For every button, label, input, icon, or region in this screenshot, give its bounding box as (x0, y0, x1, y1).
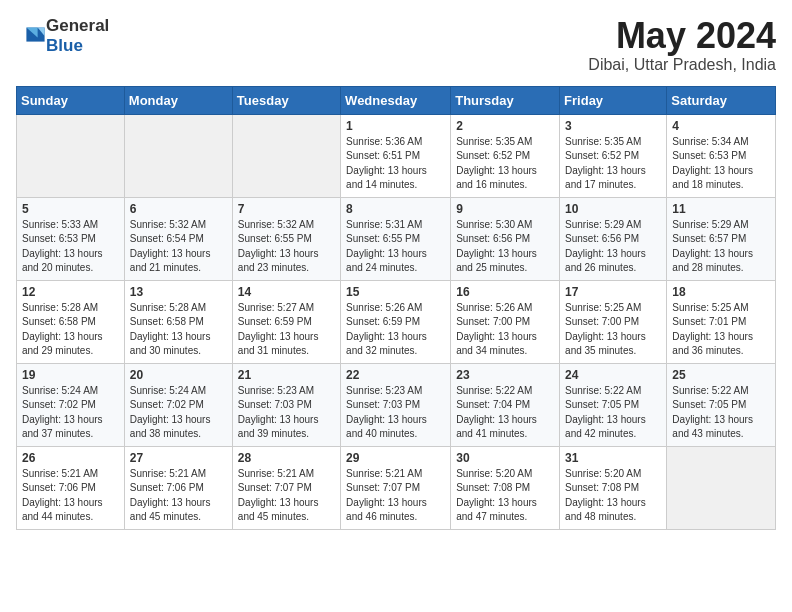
logo-blue-text: Blue (46, 36, 83, 55)
day-number: 5 (22, 202, 119, 216)
day-content: Sunrise: 5:32 AM Sunset: 6:55 PM Dayligh… (238, 218, 335, 276)
calendar-cell: 7Sunrise: 5:32 AM Sunset: 6:55 PM Daylig… (232, 197, 340, 280)
day-number: 13 (130, 285, 227, 299)
weekday-header-sunday: Sunday (17, 86, 125, 114)
day-content: Sunrise: 5:28 AM Sunset: 6:58 PM Dayligh… (22, 301, 119, 359)
calendar-cell: 17Sunrise: 5:25 AM Sunset: 7:00 PM Dayli… (560, 280, 667, 363)
day-number: 26 (22, 451, 119, 465)
logo-general-text: General (46, 16, 109, 35)
day-content: Sunrise: 5:34 AM Sunset: 6:53 PM Dayligh… (672, 135, 770, 193)
calendar-cell: 28Sunrise: 5:21 AM Sunset: 7:07 PM Dayli… (232, 446, 340, 529)
day-number: 22 (346, 368, 445, 382)
calendar-cell: 30Sunrise: 5:20 AM Sunset: 7:08 PM Dayli… (451, 446, 560, 529)
day-number: 9 (456, 202, 554, 216)
calendar-cell: 25Sunrise: 5:22 AM Sunset: 7:05 PM Dayli… (667, 363, 776, 446)
logo: General Blue (16, 16, 109, 56)
day-content: Sunrise: 5:32 AM Sunset: 6:54 PM Dayligh… (130, 218, 227, 276)
calendar-cell: 12Sunrise: 5:28 AM Sunset: 6:58 PM Dayli… (17, 280, 125, 363)
day-content: Sunrise: 5:24 AM Sunset: 7:02 PM Dayligh… (22, 384, 119, 442)
day-number: 6 (130, 202, 227, 216)
day-content: Sunrise: 5:30 AM Sunset: 6:56 PM Dayligh… (456, 218, 554, 276)
page-header: General Blue May 2024 Dibai, Uttar Prade… (16, 16, 776, 74)
day-number: 30 (456, 451, 554, 465)
weekday-header-friday: Friday (560, 86, 667, 114)
calendar-cell (232, 114, 340, 197)
calendar-cell: 6Sunrise: 5:32 AM Sunset: 6:54 PM Daylig… (124, 197, 232, 280)
calendar-cell: 22Sunrise: 5:23 AM Sunset: 7:03 PM Dayli… (341, 363, 451, 446)
day-content: Sunrise: 5:26 AM Sunset: 7:00 PM Dayligh… (456, 301, 554, 359)
calendar-cell: 23Sunrise: 5:22 AM Sunset: 7:04 PM Dayli… (451, 363, 560, 446)
day-number: 10 (565, 202, 661, 216)
day-number: 19 (22, 368, 119, 382)
day-content: Sunrise: 5:29 AM Sunset: 6:57 PM Dayligh… (672, 218, 770, 276)
day-content: Sunrise: 5:35 AM Sunset: 6:52 PM Dayligh… (456, 135, 554, 193)
day-content: Sunrise: 5:25 AM Sunset: 7:00 PM Dayligh… (565, 301, 661, 359)
calendar-cell (667, 446, 776, 529)
day-number: 25 (672, 368, 770, 382)
title-block: May 2024 Dibai, Uttar Pradesh, India (588, 16, 776, 74)
calendar-cell: 24Sunrise: 5:22 AM Sunset: 7:05 PM Dayli… (560, 363, 667, 446)
calendar-cell: 5Sunrise: 5:33 AM Sunset: 6:53 PM Daylig… (17, 197, 125, 280)
day-number: 1 (346, 119, 445, 133)
calendar-cell: 13Sunrise: 5:28 AM Sunset: 6:58 PM Dayli… (124, 280, 232, 363)
calendar-cell: 15Sunrise: 5:26 AM Sunset: 6:59 PM Dayli… (341, 280, 451, 363)
day-number: 31 (565, 451, 661, 465)
logo-icon (18, 22, 46, 50)
calendar-cell: 11Sunrise: 5:29 AM Sunset: 6:57 PM Dayli… (667, 197, 776, 280)
day-content: Sunrise: 5:31 AM Sunset: 6:55 PM Dayligh… (346, 218, 445, 276)
day-content: Sunrise: 5:27 AM Sunset: 6:59 PM Dayligh… (238, 301, 335, 359)
calendar-cell: 10Sunrise: 5:29 AM Sunset: 6:56 PM Dayli… (560, 197, 667, 280)
day-content: Sunrise: 5:20 AM Sunset: 7:08 PM Dayligh… (456, 467, 554, 525)
calendar-cell: 8Sunrise: 5:31 AM Sunset: 6:55 PM Daylig… (341, 197, 451, 280)
day-number: 4 (672, 119, 770, 133)
day-number: 23 (456, 368, 554, 382)
calendar-week-2: 5Sunrise: 5:33 AM Sunset: 6:53 PM Daylig… (17, 197, 776, 280)
calendar-cell: 20Sunrise: 5:24 AM Sunset: 7:02 PM Dayli… (124, 363, 232, 446)
day-number: 7 (238, 202, 335, 216)
day-number: 21 (238, 368, 335, 382)
day-number: 28 (238, 451, 335, 465)
weekday-header-monday: Monday (124, 86, 232, 114)
day-number: 11 (672, 202, 770, 216)
day-number: 2 (456, 119, 554, 133)
location-subtitle: Dibai, Uttar Pradesh, India (588, 56, 776, 74)
calendar-table: SundayMondayTuesdayWednesdayThursdayFrid… (16, 86, 776, 530)
day-number: 29 (346, 451, 445, 465)
calendar-cell (124, 114, 232, 197)
day-number: 18 (672, 285, 770, 299)
day-content: Sunrise: 5:33 AM Sunset: 6:53 PM Dayligh… (22, 218, 119, 276)
weekday-header-thursday: Thursday (451, 86, 560, 114)
day-number: 20 (130, 368, 227, 382)
day-number: 27 (130, 451, 227, 465)
day-content: Sunrise: 5:21 AM Sunset: 7:07 PM Dayligh… (346, 467, 445, 525)
calendar-cell: 2Sunrise: 5:35 AM Sunset: 6:52 PM Daylig… (451, 114, 560, 197)
day-content: Sunrise: 5:23 AM Sunset: 7:03 PM Dayligh… (238, 384, 335, 442)
day-content: Sunrise: 5:22 AM Sunset: 7:05 PM Dayligh… (672, 384, 770, 442)
day-content: Sunrise: 5:22 AM Sunset: 7:05 PM Dayligh… (565, 384, 661, 442)
day-number: 8 (346, 202, 445, 216)
day-number: 14 (238, 285, 335, 299)
calendar-cell: 14Sunrise: 5:27 AM Sunset: 6:59 PM Dayli… (232, 280, 340, 363)
day-number: 17 (565, 285, 661, 299)
calendar-cell: 21Sunrise: 5:23 AM Sunset: 7:03 PM Dayli… (232, 363, 340, 446)
day-content: Sunrise: 5:36 AM Sunset: 6:51 PM Dayligh… (346, 135, 445, 193)
day-content: Sunrise: 5:20 AM Sunset: 7:08 PM Dayligh… (565, 467, 661, 525)
calendar-cell: 4Sunrise: 5:34 AM Sunset: 6:53 PM Daylig… (667, 114, 776, 197)
calendar-week-4: 19Sunrise: 5:24 AM Sunset: 7:02 PM Dayli… (17, 363, 776, 446)
calendar-week-1: 1Sunrise: 5:36 AM Sunset: 6:51 PM Daylig… (17, 114, 776, 197)
day-content: Sunrise: 5:21 AM Sunset: 7:07 PM Dayligh… (238, 467, 335, 525)
calendar-cell: 1Sunrise: 5:36 AM Sunset: 6:51 PM Daylig… (341, 114, 451, 197)
day-content: Sunrise: 5:25 AM Sunset: 7:01 PM Dayligh… (672, 301, 770, 359)
calendar-cell: 29Sunrise: 5:21 AM Sunset: 7:07 PM Dayli… (341, 446, 451, 529)
calendar-cell: 27Sunrise: 5:21 AM Sunset: 7:06 PM Dayli… (124, 446, 232, 529)
calendar-cell (17, 114, 125, 197)
day-number: 24 (565, 368, 661, 382)
calendar-week-5: 26Sunrise: 5:21 AM Sunset: 7:06 PM Dayli… (17, 446, 776, 529)
weekday-header-row: SundayMondayTuesdayWednesdayThursdayFrid… (17, 86, 776, 114)
day-content: Sunrise: 5:21 AM Sunset: 7:06 PM Dayligh… (22, 467, 119, 525)
day-content: Sunrise: 5:23 AM Sunset: 7:03 PM Dayligh… (346, 384, 445, 442)
month-year-title: May 2024 (588, 16, 776, 56)
day-content: Sunrise: 5:22 AM Sunset: 7:04 PM Dayligh… (456, 384, 554, 442)
day-number: 12 (22, 285, 119, 299)
day-content: Sunrise: 5:28 AM Sunset: 6:58 PM Dayligh… (130, 301, 227, 359)
